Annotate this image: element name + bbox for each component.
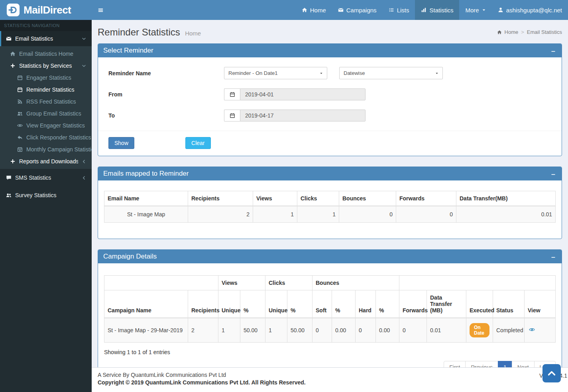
cell-executed: On Date — [466, 318, 493, 343]
calendar-plus-icon — [17, 147, 23, 152]
cell-clicks: 1 — [297, 206, 339, 223]
table-row: St - Image Map 2 1 1 0 0 0.01 — [104, 206, 556, 223]
campaign-table: Views Clicks Bounces Campaign Name Recip… — [104, 275, 556, 343]
col-hard-pct: % — [376, 290, 399, 318]
sidebar-item-label: Survey Statistics — [15, 192, 92, 198]
cell-forwards: 0 — [399, 318, 427, 343]
nav-item-lists[interactable]: Lists — [383, 0, 415, 20]
nav-item-home[interactable]: Home — [296, 0, 332, 20]
page-subtitle: Home — [185, 30, 201, 37]
brand-name: MailDirect — [24, 4, 71, 16]
sidebar-item-survey-statistics[interactable]: Survey Statistics — [0, 186, 92, 204]
sidebar-item-label: Reminder Statistics — [26, 86, 92, 93]
sidebar-item-statistics-by-services[interactable]: Statistics by Services — [0, 60, 92, 72]
hamburger-icon — [98, 7, 104, 13]
nav-item-user-account[interactable]: ashishgupta@qlc.net — [492, 0, 568, 20]
calendar-addon[interactable] — [224, 110, 240, 122]
cell-status: Completed — [493, 318, 525, 343]
calendar-addon[interactable] — [224, 88, 240, 100]
view-details-eye-icon[interactable] — [528, 327, 536, 333]
table-row: St - Image Map - 29-Mar-2019 2 1 50.00 1… — [104, 318, 556, 343]
caret-down-icon — [320, 72, 323, 75]
maildirect-logo-icon — [6, 3, 20, 17]
chevron-left-icon — [82, 176, 86, 180]
col-recipients: Recipients — [188, 290, 218, 318]
sidebar-item-click-responder-statistics[interactable]: Click Responder Statistics — [0, 131, 92, 143]
sidebar-item-monthly-campaign-statistics[interactable]: Monthly Campaign Statistics — [0, 143, 92, 155]
calendar-icon — [230, 113, 235, 118]
col-data-transfer: Data Transfer(MB) — [456, 191, 556, 206]
nav-item-campaigns[interactable]: Campaigns — [332, 0, 383, 20]
select-reminder-actions: Show Clear — [98, 131, 562, 156]
caret-down-icon — [482, 8, 486, 12]
select-reminder-form: Reminder Name Reminder - On Date1 Datewi… — [98, 57, 562, 122]
sidebar-item-view-engager-statistics[interactable]: View Engager Statistics — [0, 120, 92, 131]
navbar-menu: Home Campaigns Lists Statistics More ash… — [296, 0, 568, 20]
from-date-input[interactable] — [240, 88, 366, 100]
cell-recipients: 2 — [188, 318, 218, 343]
page-footer: A Service By QuantumLink Communications … — [92, 367, 568, 392]
cell-email-name: St - Image Map — [104, 206, 188, 223]
cell-views-unique: 1 — [218, 318, 240, 343]
col-status: Status — [493, 290, 525, 318]
reminder-name-select[interactable]: Reminder - On Date1 — [224, 67, 327, 79]
cell-bounces: 0 — [339, 206, 396, 223]
sidebar-item-label: Statistics by Services — [19, 63, 78, 69]
campaign-details-panel: Campaign Details Views Clicks Bounces — [98, 249, 562, 383]
col-bounces: Bounces — [339, 191, 396, 206]
col-clicks-unique: Unique — [265, 290, 287, 318]
sidebar-item-engager-statistics[interactable]: Engager Statistics — [0, 72, 92, 84]
content-header: Reminder Statistics Home Home > Email St… — [92, 20, 568, 43]
breadcrumb-separator: > — [521, 29, 524, 35]
group-clicks: Clicks — [265, 276, 312, 290]
chevron-down-icon — [82, 37, 86, 41]
calendar-icon — [17, 75, 23, 80]
col-views: Views — [253, 191, 297, 206]
showing-entries-text: Showing 1 to 1 of 1 entries — [104, 349, 556, 355]
users-icon — [6, 192, 12, 198]
nav-item-statistics[interactable]: Statistics — [415, 0, 459, 20]
nav-item-label: More — [465, 7, 479, 14]
sidebar-menu: Email Statistics Email Statistics Home S… — [0, 31, 92, 204]
sidebar-submenu: Email Statistics Home Statistics by Serv… — [0, 46, 92, 169]
col-views-unique: Unique — [218, 290, 240, 318]
panel-title: Select Reminder — [103, 47, 153, 54]
cell-views-pct: 50.00 — [240, 318, 265, 343]
to-date-input[interactable] — [240, 110, 366, 122]
clear-button[interactable]: Clear — [185, 137, 210, 149]
sidebar-item-email-statistics-home[interactable]: Email Statistics Home — [0, 48, 92, 60]
collapse-button[interactable] — [551, 171, 556, 176]
sidebar-item-reports-and-downloads[interactable]: Reports and Downloads — [0, 155, 92, 167]
cell-clicks-unique: 1 — [265, 318, 287, 343]
sidebar-item-email-statistics[interactable]: Email Statistics — [0, 31, 92, 46]
sidebar-item-sms-statistics[interactable]: SMS Statistics — [0, 169, 92, 186]
emails-mapped-panel: Emails mapped to Reminder Email Name Rec… — [98, 167, 562, 239]
reminder-name-label: Reminder Name — [104, 70, 224, 76]
calendar-icon — [17, 87, 23, 92]
report-mode-select[interactable]: Datewise — [339, 67, 443, 79]
sidebar-toggle-button[interactable] — [92, 0, 110, 20]
breadcrumb-home-link[interactable]: Home — [505, 29, 519, 35]
breadcrumb: Home > Email Statistics — [497, 29, 562, 35]
collapse-button[interactable] — [551, 254, 556, 259]
nav-item-label: Lists — [397, 7, 409, 14]
sidebar-item-group-email-statistics[interactable]: Group Email Statistics — [0, 108, 92, 120]
group-blank — [104, 276, 218, 290]
home-icon — [497, 30, 502, 35]
nav-item-more[interactable]: More — [459, 0, 491, 20]
footer-copyright-text: Copyright © 2019 QuantumLink Communicati… — [98, 379, 562, 386]
sidebar-item-rss-feed-statistics[interactable]: RSS Feed Statistics — [0, 96, 92, 108]
col-clicks-pct: % — [287, 290, 312, 318]
cell-forwards: 0 — [396, 206, 456, 223]
reply-icon — [17, 135, 23, 140]
sidebar-item-reminder-statistics[interactable]: Reminder Statistics — [0, 84, 92, 96]
show-button[interactable]: Show — [108, 137, 134, 149]
scroll-to-top-button[interactable] — [542, 364, 561, 382]
to-label: To — [104, 112, 224, 119]
brand-logo[interactable]: MailDirect — [0, 0, 92, 20]
breadcrumb-current[interactable]: Email Statistics — [527, 29, 562, 35]
rss-icon — [17, 99, 23, 104]
from-date-group — [224, 88, 366, 100]
collapse-button[interactable] — [551, 48, 556, 53]
chevron-down-icon — [82, 64, 86, 68]
